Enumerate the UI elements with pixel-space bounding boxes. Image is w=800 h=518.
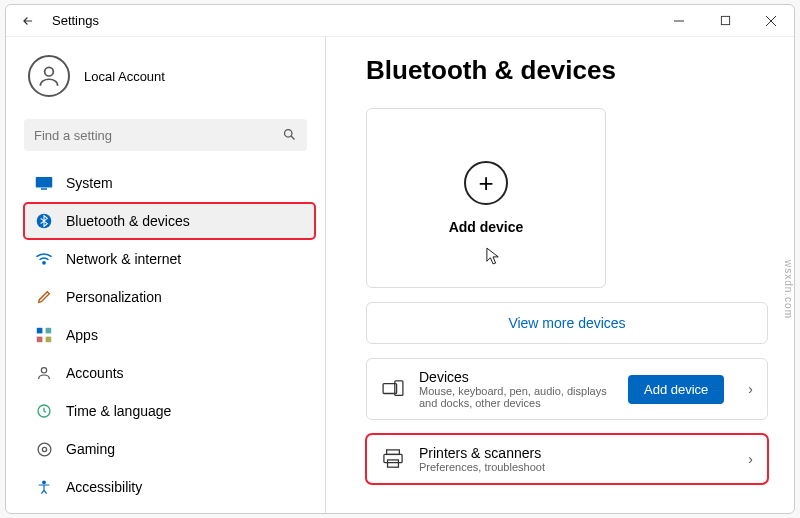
search-icon (282, 127, 297, 146)
account-block[interactable]: Local Account (24, 49, 315, 115)
nav-label: Accessibility (66, 479, 142, 495)
minimize-button[interactable] (656, 5, 702, 37)
svg-point-19 (43, 481, 46, 484)
page-title: Bluetooth & devices (366, 55, 768, 86)
apps-icon (34, 325, 54, 345)
search-box[interactable] (24, 119, 307, 151)
sidebar-item-network[interactable]: Network & internet (24, 241, 315, 277)
sidebar-item-accessibility[interactable]: Accessibility (24, 469, 315, 505)
row-subtitle: Preferences, troubleshoot (419, 461, 724, 473)
add-device-label: Add device (449, 219, 524, 235)
view-more-label: View more devices (508, 315, 625, 331)
row-text: Printers & scanners Preferences, trouble… (419, 445, 724, 473)
svg-rect-23 (384, 454, 402, 462)
gaming-icon (34, 439, 54, 459)
svg-point-15 (41, 368, 46, 373)
sidebar-item-personalization[interactable]: Personalization (24, 279, 315, 315)
bluetooth-icon (34, 211, 54, 231)
accounts-icon (34, 363, 54, 383)
accessibility-icon (34, 477, 54, 497)
nav-list: System Bluetooth & devices Network & int… (24, 165, 315, 513)
sidebar-item-privacy[interactable]: Privacy & security (24, 507, 315, 513)
sidebar-item-apps[interactable]: Apps (24, 317, 315, 353)
row-text: Devices Mouse, keyboard, pen, audio, dis… (419, 369, 614, 409)
plus-icon: + (464, 161, 508, 205)
sidebar: Local Account System Bluetooth & devices (6, 37, 326, 513)
svg-rect-14 (46, 337, 52, 343)
svg-point-18 (42, 447, 46, 451)
svg-rect-22 (387, 450, 400, 455)
clock-icon (34, 401, 54, 421)
svg-point-5 (285, 130, 293, 138)
account-name: Local Account (84, 69, 165, 84)
sidebar-item-gaming[interactable]: Gaming (24, 431, 315, 467)
system-icon (34, 173, 54, 193)
close-button[interactable] (748, 5, 794, 37)
svg-rect-13 (37, 337, 43, 343)
devices-row[interactable]: Devices Mouse, keyboard, pen, audio, dis… (366, 358, 768, 420)
nav-label: Bluetooth & devices (66, 213, 190, 229)
back-button[interactable] (18, 11, 38, 31)
nav-label: Apps (66, 327, 98, 343)
nav-label: Accounts (66, 365, 124, 381)
nav-label: Time & language (66, 403, 171, 419)
nav-label: Personalization (66, 289, 162, 305)
svg-rect-1 (721, 16, 729, 24)
devices-icon (381, 377, 405, 401)
sidebar-item-system[interactable]: System (24, 165, 315, 201)
main-content: Bluetooth & devices + Add device View mo… (326, 37, 794, 513)
add-device-card[interactable]: + Add device (366, 108, 606, 288)
body: Local Account System Bluetooth & devices (6, 37, 794, 513)
row-subtitle: Mouse, keyboard, pen, audio, displays an… (419, 385, 614, 409)
chevron-right-icon: › (748, 451, 753, 467)
chevron-right-icon: › (748, 381, 753, 397)
svg-rect-24 (388, 460, 399, 467)
paintbrush-icon (34, 287, 54, 307)
cursor-icon (486, 247, 500, 269)
sidebar-item-accounts[interactable]: Accounts (24, 355, 315, 391)
printer-icon (381, 447, 405, 471)
settings-window: Settings Local Account (5, 4, 795, 514)
window-controls (656, 5, 794, 37)
wifi-icon (34, 249, 54, 269)
svg-rect-8 (41, 188, 47, 190)
sidebar-item-bluetooth-devices[interactable]: Bluetooth & devices (24, 203, 315, 239)
svg-point-17 (38, 443, 51, 456)
svg-rect-7 (36, 177, 53, 188)
svg-point-10 (43, 262, 45, 264)
nav-label: Gaming (66, 441, 115, 457)
nav-label: System (66, 175, 113, 191)
svg-line-6 (291, 136, 294, 139)
row-title: Printers & scanners (419, 445, 724, 461)
nav-label: Network & internet (66, 251, 181, 267)
avatar-icon (28, 55, 70, 97)
row-title: Devices (419, 369, 614, 385)
view-more-devices-button[interactable]: View more devices (366, 302, 768, 344)
sidebar-item-time-language[interactable]: Time & language (24, 393, 315, 429)
app-title: Settings (52, 13, 99, 28)
search-input[interactable] (24, 119, 307, 151)
titlebar: Settings (6, 5, 794, 37)
printers-scanners-row[interactable]: Printers & scanners Preferences, trouble… (366, 434, 768, 484)
svg-point-4 (45, 67, 54, 76)
add-device-button[interactable]: Add device (628, 375, 724, 404)
watermark: wsxdn.com (783, 260, 794, 319)
svg-rect-11 (37, 328, 43, 334)
maximize-button[interactable] (702, 5, 748, 37)
svg-rect-12 (46, 328, 52, 334)
